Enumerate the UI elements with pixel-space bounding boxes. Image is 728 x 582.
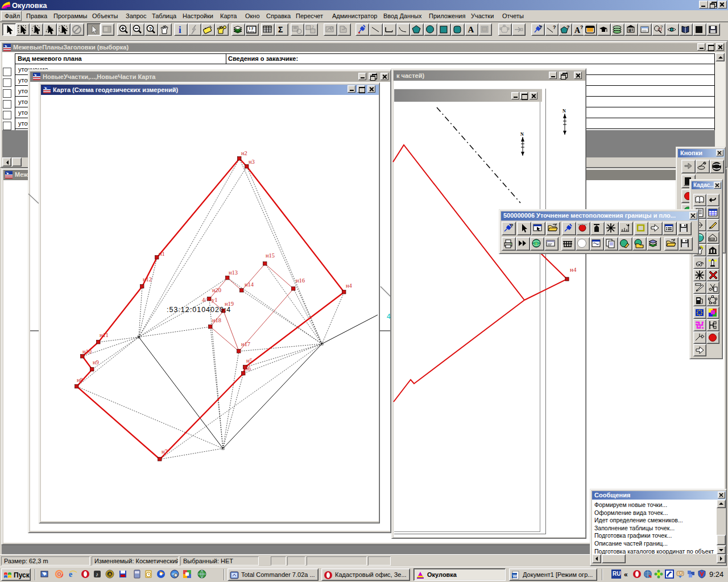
svg-text:i: i [179, 24, 181, 35]
svg-text:Σ: Σ [278, 25, 283, 34]
svg-text:н10: н10 [82, 348, 92, 355]
svg-text:н2: н2 [241, 150, 247, 156]
svg-text:?: ? [510, 223, 514, 228]
svg-text:A: A [109, 572, 112, 577]
svg-text:н14: н14 [245, 281, 254, 288]
svg-text:у1: у1 [212, 297, 218, 303]
svg-text:н6: н6 [245, 365, 251, 372]
svg-text:н17: н17 [241, 341, 250, 347]
svg-text:?: ? [149, 26, 152, 32]
svg-text:н1: н1 [159, 251, 165, 257]
svg-text:W: W [513, 573, 518, 579]
svg-text:?: ? [535, 242, 537, 247]
svg-text:N: N [520, 132, 524, 137]
svg-text::53:12:0104020:4: :53:12:0104020:4 [167, 306, 231, 314]
svg-text:?: ? [566, 24, 570, 30]
svg-text:1 2: 1 2 [249, 27, 254, 30]
svg-text:?: ? [553, 24, 556, 30]
svg-text:н18: н18 [212, 317, 221, 323]
svg-text:н8: н8 [77, 377, 83, 383]
svg-text:н7: н7 [162, 448, 168, 455]
svg-text:н13: н13 [229, 269, 238, 276]
svg-text:н4: н4 [570, 266, 577, 273]
svg-text:♪: ♪ [96, 571, 98, 577]
svg-text:?: ? [539, 24, 543, 30]
svg-text:A: A [468, 25, 474, 34]
svg-text:2: 2 [312, 25, 314, 29]
svg-text:н20: н20 [212, 287, 221, 293]
svg-text:н12: н12 [143, 276, 152, 282]
svg-text:н5: н5 [246, 357, 253, 364]
svg-text:н3: н3 [249, 159, 255, 165]
svg-text:н16: н16 [296, 277, 305, 284]
svg-text:?: ? [660, 24, 663, 30]
svg-text:н9: н9 [93, 359, 99, 365]
svg-text:н4: н4 [346, 282, 353, 289]
svg-text:N: N [562, 109, 566, 114]
svg-text:?: ? [580, 24, 584, 30]
svg-text:4/: 4/ [202, 297, 206, 303]
svg-text:н11: н11 [100, 332, 109, 338]
svg-text:4: 4 [387, 313, 391, 321]
svg-text:н15: н15 [266, 252, 275, 259]
